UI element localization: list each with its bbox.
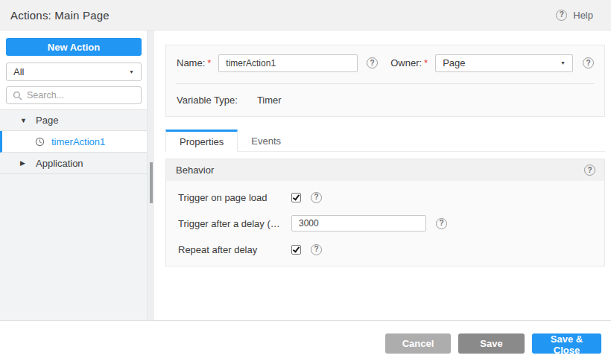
cancel-button[interactable]: Cancel: [385, 333, 451, 354]
checkmark-icon: [293, 245, 300, 252]
name-input[interactable]: [218, 54, 358, 72]
scrollbar-thumb[interactable]: [150, 162, 153, 203]
owner-select[interactable]: Page ▼: [435, 54, 573, 72]
name-label: Name:: [177, 57, 205, 68]
caret-down-icon: ▼: [20, 117, 28, 124]
sidebar-controls: New Action All ▼: [0, 31, 147, 109]
name-owner-row: Name: * ? Owner: * Page ▼ ?: [177, 54, 594, 72]
filter-select[interactable]: All ▼: [6, 63, 142, 81]
variable-type-value: Timer: [257, 95, 282, 106]
trigger-on-page-load-checkbox[interactable]: [291, 193, 301, 202]
help-icon: ?: [556, 10, 567, 21]
sidebar-empty-area: [0, 174, 147, 320]
save-close-button[interactable]: Save & Close: [532, 333, 601, 354]
search-input[interactable]: [27, 90, 135, 100]
actions-tree: ▼ Page timerAction1 ▶ Application: [0, 109, 147, 174]
owner-label: Owner:: [390, 57, 422, 68]
variable-type-label: Variable Type:: [177, 95, 238, 106]
trigger-delay-input[interactable]: [291, 215, 426, 232]
chevron-down-icon: ▼: [129, 69, 134, 74]
repeat-after-delay-checkbox[interactable]: [291, 245, 301, 255]
required-asterisk: *: [207, 57, 211, 68]
help-label: Help: [573, 10, 593, 21]
tab-events[interactable]: Events: [238, 130, 294, 152]
tree-node-label: timerAction1: [51, 136, 105, 147]
clock-icon: [35, 137, 45, 147]
repeat-after-delay-row: Repeat after delay ?: [178, 240, 604, 259]
dialog-footer: Cancel Save Save & Close: [0, 320, 611, 364]
owner-help-icon[interactable]: ?: [583, 57, 594, 68]
tab-properties[interactable]: Properties: [165, 130, 238, 152]
required-asterisk: *: [424, 57, 428, 68]
checkmark-icon: [293, 193, 300, 200]
actions-dialog: Actions: Main Page ? Help New Action All…: [0, 0, 611, 364]
action-settings-panel: Name: * ? Owner: * Page ▼ ? Variable Typ…: [165, 45, 605, 117]
repeat-after-delay-help-icon[interactable]: ?: [311, 244, 322, 255]
tab-bar: Properties Events: [165, 130, 605, 152]
tree-node-timeraction1[interactable]: timerAction1: [0, 131, 147, 153]
trigger-on-page-load-row: Trigger on page load ?: [178, 188, 604, 207]
tree-node-label: Page: [36, 115, 58, 126]
page-title: Actions: Main Page: [10, 9, 110, 22]
save-button[interactable]: Save: [458, 333, 525, 354]
trigger-delay-label: Trigger after a delay (milliseconds): [178, 218, 284, 229]
help-button[interactable]: ? Help: [556, 10, 593, 21]
tree-node-page[interactable]: ▼ Page: [0, 109, 147, 131]
caret-right-icon: ▶: [20, 159, 28, 167]
repeat-after-delay-label: Repeat after delay: [178, 244, 284, 255]
behavior-title: Behavior: [176, 165, 214, 176]
trigger-on-page-load-label: Trigger on page load: [178, 192, 284, 203]
behavior-section: Behavior ? Trigger on page load ? Trigge…: [165, 159, 605, 266]
sidebar: New Action All ▼ ▼ Page: [0, 31, 147, 320]
chevron-down-icon: ▼: [560, 60, 566, 66]
main-panel: Name: * ? Owner: * Page ▼ ? Variable Typ…: [154, 31, 611, 320]
variable-type-row: Variable Type: Timer: [177, 95, 594, 106]
behavior-section-header: Behavior ?: [166, 159, 604, 181]
search-icon: [13, 91, 22, 100]
trigger-on-page-load-help-icon[interactable]: ?: [311, 192, 322, 203]
owner-select-value: Page: [443, 57, 465, 68]
dialog-header: Actions: Main Page ? Help: [0, 0, 611, 31]
footer-buttons: Cancel Save Save & Close: [385, 333, 601, 354]
tree-node-label: Application: [36, 158, 83, 169]
name-help-icon[interactable]: ?: [367, 57, 378, 68]
sidebar-scrollbar[interactable]: [147, 31, 154, 320]
search-box: [6, 86, 142, 104]
trigger-delay-help-icon[interactable]: ?: [436, 218, 447, 229]
panel-divider: [177, 83, 594, 84]
behavior-properties: Trigger on page load ? Trigger after a d…: [166, 188, 604, 259]
tree-node-application[interactable]: ▶ Application: [0, 153, 147, 174]
filter-select-value: All: [13, 66, 24, 77]
behavior-help-icon[interactable]: ?: [584, 165, 595, 176]
new-action-button[interactable]: New Action: [6, 38, 142, 56]
trigger-delay-row: Trigger after a delay (milliseconds) ?: [178, 214, 604, 233]
